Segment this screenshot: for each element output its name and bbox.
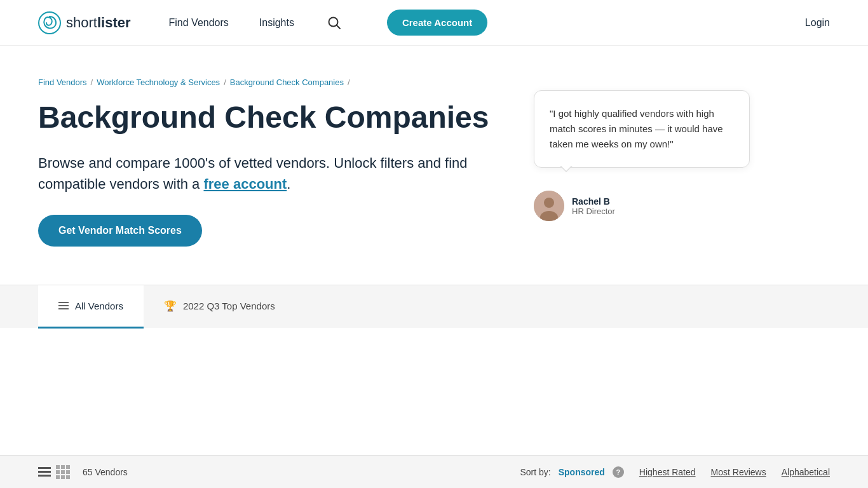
- breadcrumb-sep-1: /: [91, 78, 93, 87]
- breadcrumb-sep-2: /: [224, 78, 226, 87]
- hero-description-period: .: [287, 176, 290, 192]
- sort-area: Sort by: Sponsored ? Highest Rated Most …: [520, 466, 830, 478]
- trophy-icon: 🏆: [164, 300, 177, 312]
- list-view-button[interactable]: [38, 467, 51, 477]
- bottom-bar: 65 Vendors Sort by: Sponsored ? Highest …: [0, 455, 868, 488]
- main-nav: Find Vendors Insights Create Account: [169, 10, 805, 36]
- author-avatar: [534, 191, 564, 221]
- logo-text: shortlister: [66, 15, 131, 31]
- list-icon: [58, 302, 69, 309]
- tabs-section: All Vendors 🏆 2022 Q3 Top Vendors: [0, 285, 868, 328]
- hero-section: Find Vendors / Workforce Technology & Se…: [0, 46, 868, 285]
- tab-all-vendors[interactable]: All Vendors: [38, 285, 144, 329]
- breadcrumb-workforce[interactable]: Workforce Technology & Services: [97, 78, 220, 87]
- vendor-count: 65 Vendors: [83, 467, 128, 477]
- testimonial-author: Rachel B HR Director: [534, 191, 750, 221]
- logo-icon: [38, 11, 61, 34]
- svg-line-2: [336, 25, 340, 29]
- tab-all-vendors-label: All Vendors: [75, 301, 123, 311]
- insights-nav[interactable]: Insights: [259, 17, 294, 29]
- find-vendors-nav[interactable]: Find Vendors: [169, 17, 229, 29]
- breadcrumb-background-check[interactable]: Background Check Companies: [230, 78, 344, 87]
- author-info: Rachel B HR Director: [572, 196, 615, 216]
- sort-label: Sort by:: [520, 467, 550, 477]
- cta-button[interactable]: Get Vendor Match Scores: [38, 215, 202, 247]
- svg-point-0: [39, 12, 60, 34]
- search-button[interactable]: [325, 13, 344, 32]
- grid-view-button[interactable]: [56, 465, 70, 479]
- author-title: HR Director: [572, 207, 615, 216]
- sort-highest-rated[interactable]: Highest Rated: [639, 467, 696, 477]
- search-icon: [327, 16, 341, 30]
- sort-most-reviews[interactable]: Most Reviews: [711, 467, 766, 477]
- page-title: Background Check Companies: [38, 100, 496, 135]
- logo[interactable]: shortlister: [38, 11, 131, 34]
- hero-description: Browse and compare 1000's of vetted vend…: [38, 152, 496, 194]
- testimonial-card: "I got highly qualified vendors with hig…: [534, 90, 750, 168]
- breadcrumb-find-vendors[interactable]: Find Vendors: [38, 78, 87, 87]
- avatar-illustration: [534, 191, 564, 221]
- hero-content: Find Vendors / Workforce Technology & Se…: [38, 78, 496, 247]
- breadcrumb: Find Vendors / Workforce Technology & Se…: [38, 78, 496, 87]
- author-name: Rachel B: [572, 196, 615, 207]
- breadcrumb-sep-3: /: [348, 78, 350, 87]
- svg-point-4: [544, 198, 554, 208]
- tab-top-vendors[interactable]: 🏆 2022 Q3 Top Vendors: [144, 285, 295, 329]
- header: shortlister Find Vendors Insights Create…: [0, 0, 868, 46]
- tab-top-vendors-label: 2022 Q3 Top Vendors: [183, 301, 275, 311]
- view-icons: 65 Vendors: [38, 465, 128, 479]
- testimonial-quote: "I got highly qualified vendors with hig…: [550, 106, 734, 152]
- sort-help-icon[interactable]: ?: [613, 466, 624, 478]
- sort-sponsored[interactable]: Sponsored: [559, 467, 605, 477]
- free-account-link[interactable]: free account: [203, 176, 287, 192]
- sort-alphabetical[interactable]: Alphabetical: [782, 467, 830, 477]
- login-link[interactable]: Login: [805, 17, 830, 29]
- testimonial-area: "I got highly qualified vendors with hig…: [534, 90, 750, 221]
- create-account-button[interactable]: Create Account: [387, 10, 487, 36]
